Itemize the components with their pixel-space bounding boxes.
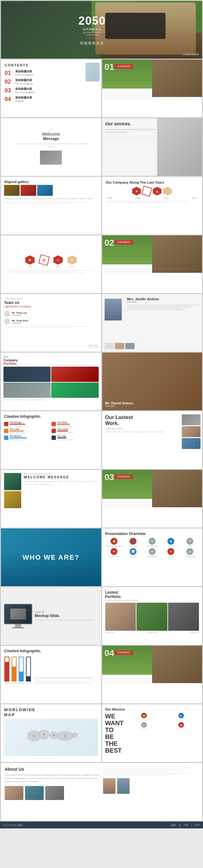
mission-icons-area: 🏠 ⊕ ★ ◆ xyxy=(126,713,199,754)
hex-2 xyxy=(142,186,152,196)
creative-desc-float: Lorem ipsum dolor xyxy=(57,425,73,427)
about-img-2 xyxy=(25,786,44,800)
icon-menu: ≡ xyxy=(53,255,63,265)
c2l1 xyxy=(34,681,98,682)
slide-6-gallery: Aligned gallery Lorem ipsum dolor sit am… xyxy=(1,177,101,235)
creative2-text-area: Lorem ipsum dolor sit amet consectetur a… xyxy=(34,677,98,684)
hex-3: ▲ xyxy=(153,187,161,195)
imac-stand xyxy=(15,624,21,627)
po-icon-leadership: ★ xyxy=(149,548,155,555)
lastest-portfolio-grid xyxy=(105,603,199,631)
world-map-svg xyxy=(23,723,79,751)
slide-15-latest-work: Our LastestWork. Lorem ipsum dolor Lorem… xyxy=(102,411,202,469)
portfolio-our: Our xyxy=(3,355,99,359)
arl1 xyxy=(103,767,189,767)
welcome-message-label: Message xyxy=(43,136,59,141)
company-years: 2000 2006 2010 2017 xyxy=(106,197,199,199)
slide-1-cover[interactable]: 2050 休闲商务办公 BUSINESS GOOD 马伏龙 高端商务会议 LOG… xyxy=(1,1,202,59)
creative-bar-float xyxy=(57,424,70,425)
icons-text-lines xyxy=(9,270,93,273)
battery-shell-2 xyxy=(11,657,17,682)
jl1 xyxy=(127,305,199,305)
bottom-status: A1⑤ IS0⑤元 编辑 xyxy=(2,824,23,827)
creative-text-basket: The Basket Lorem ipsum dolor xyxy=(10,435,27,440)
contents-item-sub-1: Part One 标题内容 xyxy=(15,73,33,77)
creative-dot-basket xyxy=(4,436,8,440)
creative-text-cloud: The Cloud Lorem ipsum dolor xyxy=(57,428,73,434)
creative-dot-cloud xyxy=(52,429,56,433)
portfolio-desc: Lorem ipsum dolor sit amet consectetur a… xyxy=(3,399,99,401)
latest-img-1 xyxy=(182,414,201,425)
po-icon-leadership2: ▲ xyxy=(186,548,193,555)
c2l3 xyxy=(34,683,92,684)
creative-bar-cap xyxy=(57,437,67,438)
who-content: WHO WE ARE? xyxy=(23,553,80,561)
add03-label: 添加标题内容 xyxy=(115,474,133,479)
member-2-name: Mr. Tony Dree. xyxy=(12,319,29,322)
cover-logo-right: LOGO 2050年 xyxy=(183,53,199,56)
portfolio-img-4 xyxy=(51,382,98,398)
contents-item-1: 01 添加标题内容 Part One 标题内容 xyxy=(5,69,97,77)
svg-point-5 xyxy=(33,736,35,737)
year-2006: 2006 xyxy=(135,197,141,199)
arl3 xyxy=(103,770,184,770)
add04-label: 添加标题内容 xyxy=(115,650,133,655)
contents-title: CONTENTS xyxy=(5,63,97,67)
po-label-leadership: LEADERSHIP xyxy=(147,556,157,557)
svg-point-6 xyxy=(44,734,45,735)
a04l4 xyxy=(105,683,152,684)
battery-label-4: Level 04 xyxy=(26,682,31,684)
slide-26-about: About Us Lorem ipsum dolor sit amet cons… xyxy=(1,763,202,820)
contents-item-sub-4: 标题内容 xyxy=(15,100,32,103)
creative-desc-basket: Lorem ipsum dolor xyxy=(10,439,27,440)
member-1-avatar xyxy=(4,311,10,317)
jl4 xyxy=(127,308,181,309)
slide-24-mission: Our Mission WEWANTTOBETHEBEST 🏠 ⊕ xyxy=(102,704,202,762)
lp-img-2 xyxy=(136,603,168,631)
add02-person xyxy=(152,236,202,273)
member-1-row: Mr. Tony Lee Cofounder xyxy=(4,311,98,317)
tl1 xyxy=(4,326,88,327)
slide-18-lastest-portfolio: LastestPortfolio. Lorem ipsum dolor sit … xyxy=(102,587,202,645)
slide-22-add04: 04 添加标题内容 xyxy=(102,646,202,703)
bottom-action-3[interactable]: 下载 xyxy=(183,824,188,827)
creative2-title: Creative Infographic. xyxy=(4,649,98,653)
team-icon-1 xyxy=(88,344,93,348)
battery-shell-4 xyxy=(26,657,31,682)
member-2-info: Mr. Tony Dree. Cofounder xyxy=(12,319,29,324)
arl2 xyxy=(103,768,179,769)
contents-item-title-3: 添加标题内容 xyxy=(15,87,35,91)
po-icon-contact: ✉ xyxy=(110,548,118,555)
imac-base xyxy=(12,627,24,628)
hex-4 xyxy=(163,187,172,195)
po-label-team: THE TEAM xyxy=(129,545,137,547)
lp-label-2: THANK YOU xyxy=(147,632,156,633)
mission-icon-line-4 xyxy=(177,720,185,721)
bottom-separator: | xyxy=(191,824,192,827)
jennifer-name: Mrs. Jenifer Andree xyxy=(127,297,199,301)
company-title: Our Company Along The Last Years xyxy=(106,181,199,184)
jennifer-img-3 xyxy=(125,343,135,349)
slide-8-add02: 02 添加标题内容 xyxy=(102,236,202,293)
slide-23-creative2: Creative Infographic. Level 01 Level 02 xyxy=(1,646,101,703)
about-img-3 xyxy=(45,786,64,800)
about-person-1 xyxy=(103,778,116,794)
cover-logo: 马伏龙 xyxy=(78,36,106,40)
year-2010: 2010 xyxy=(163,197,169,199)
creative-dot-float xyxy=(52,422,56,426)
creative-label-cloud: The Cloud xyxy=(57,428,73,430)
mission-icon-1: 🏠 xyxy=(126,713,162,721)
bottom-action-1[interactable]: 编辑 xyxy=(171,824,176,827)
gl2 xyxy=(4,203,70,204)
jl2 xyxy=(127,306,188,307)
gallery-img-2 xyxy=(21,185,36,196)
bottom-action-2[interactable]: 放 xyxy=(178,824,181,827)
icon-item-4: ♦ 2016 xyxy=(68,255,77,268)
creative-bar-design xyxy=(10,424,25,425)
welcome-laptop-img xyxy=(40,151,62,165)
jennifer-role: Cofounder xyxy=(127,301,199,303)
creative-label-basket: The Basket xyxy=(10,435,27,437)
creative-item-design: The Design Lorem ipsum dolor xyxy=(4,421,50,427)
about-right xyxy=(103,767,198,817)
gallery-title: Aligned gallery xyxy=(4,180,98,184)
